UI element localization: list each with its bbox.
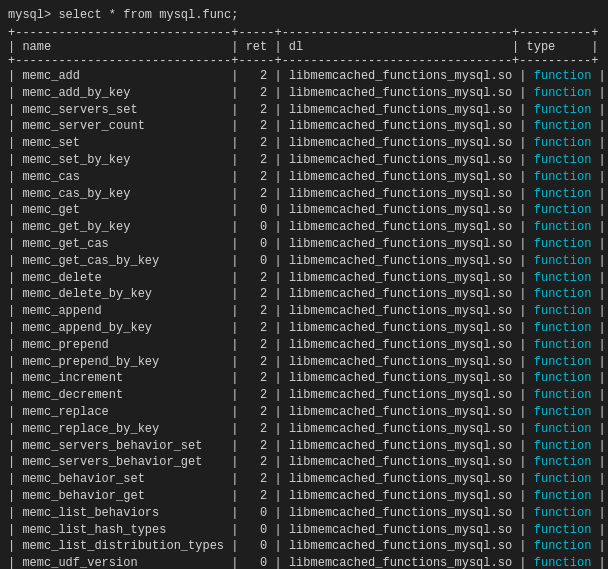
table-row: | memc_get_cas | 0 | libmemcached_functi… <box>8 236 600 253</box>
type-cell: function <box>534 338 592 352</box>
type-cell: function <box>534 220 592 234</box>
ret-cell: 2 <box>246 136 268 150</box>
name-cell: memc_list_behaviors <box>22 506 224 520</box>
name-cell: memc_cas <box>22 170 224 184</box>
type-cell: function <box>534 405 592 419</box>
dl-cell: libmemcached_functions_mysql.so <box>289 539 512 553</box>
dl-cell: libmemcached_functions_mysql.so <box>289 506 512 520</box>
type-cell: function <box>534 187 592 201</box>
table-row: | memc_add_by_key | 2 | libmemcached_fun… <box>8 85 600 102</box>
dl-cell: libmemcached_functions_mysql.so <box>289 556 512 569</box>
dl-cell: libmemcached_functions_mysql.so <box>289 405 512 419</box>
table-row: | memc_prepend_by_key | 2 | libmemcached… <box>8 354 600 371</box>
table-row: | memc_server_count | 2 | libmemcached_f… <box>8 118 600 135</box>
table-row: | memc_decrement | 2 | libmemcached_func… <box>8 387 600 404</box>
command: select * from mysql.func; <box>58 8 238 22</box>
dl-cell: libmemcached_functions_mysql.so <box>289 371 512 385</box>
dl-cell: libmemcached_functions_mysql.so <box>289 422 512 436</box>
dl-cell: libmemcached_functions_mysql.so <box>289 136 512 150</box>
table-row: | memc_servers_behavior_set | 2 | libmem… <box>8 438 600 455</box>
type-cell: function <box>534 271 592 285</box>
dl-cell: libmemcached_functions_mysql.so <box>289 254 512 268</box>
table-row: | memc_behavior_set | 2 | libmemcached_f… <box>8 471 600 488</box>
table-row: | memc_delete | 2 | libmemcached_functio… <box>8 270 600 287</box>
dl-cell: libmemcached_functions_mysql.so <box>289 170 512 184</box>
dl-cell: libmemcached_functions_mysql.so <box>289 455 512 469</box>
type-cell: function <box>534 321 592 335</box>
dl-cell: libmemcached_functions_mysql.so <box>289 472 512 486</box>
name-cell: memc_list_distribution_types <box>22 539 224 553</box>
dl-cell: libmemcached_functions_mysql.so <box>289 153 512 167</box>
ret-cell: 2 <box>246 455 268 469</box>
name-cell: memc_append_by_key <box>22 321 224 335</box>
name-cell: memc_add <box>22 69 224 83</box>
table-body: | memc_add | 2 | libmemcached_functions_… <box>8 68 600 569</box>
ret-cell: 2 <box>246 321 268 335</box>
dl-cell: libmemcached_functions_mysql.so <box>289 220 512 234</box>
dl-cell: libmemcached_functions_mysql.so <box>289 237 512 251</box>
name-cell: memc_get_cas <box>22 237 224 251</box>
type-cell: function <box>534 103 592 117</box>
ret-cell: 2 <box>246 472 268 486</box>
name-cell: memc_server_count <box>22 119 224 133</box>
dl-cell: libmemcached_functions_mysql.so <box>289 439 512 453</box>
type-cell: function <box>534 455 592 469</box>
type-cell: function <box>534 170 592 184</box>
type-cell: function <box>534 86 592 100</box>
type-cell: function <box>534 439 592 453</box>
ret-cell: 0 <box>246 203 268 217</box>
dl-cell: libmemcached_functions_mysql.so <box>289 338 512 352</box>
type-cell: function <box>534 355 592 369</box>
name-cell: memc_delete_by_key <box>22 287 224 301</box>
ret-cell: 2 <box>246 153 268 167</box>
name-cell: memc_prepend_by_key <box>22 355 224 369</box>
type-cell: function <box>534 388 592 402</box>
type-cell: function <box>534 153 592 167</box>
name-cell: memc_udf_version <box>22 556 224 569</box>
name-cell: memc_get_cas_by_key <box>22 254 224 268</box>
name-cell: memc_replace <box>22 405 224 419</box>
name-cell: memc_prepend <box>22 338 224 352</box>
type-cell: function <box>534 304 592 318</box>
ret-cell: 0 <box>246 523 268 537</box>
table-row: | memc_list_hash_types | 0 | libmemcache… <box>8 522 600 539</box>
type-cell: function <box>534 556 592 569</box>
type-cell: function <box>534 422 592 436</box>
name-cell: memc_replace_by_key <box>22 422 224 436</box>
table-row: | memc_list_distribution_types | 0 | lib… <box>8 538 600 555</box>
ret-cell: 2 <box>246 388 268 402</box>
dl-cell: libmemcached_functions_mysql.so <box>289 69 512 83</box>
ret-cell: 0 <box>246 220 268 234</box>
table-row: | memc_set_by_key | 2 | libmemcached_fun… <box>8 152 600 169</box>
ret-cell: 2 <box>246 422 268 436</box>
dl-cell: libmemcached_functions_mysql.so <box>289 388 512 402</box>
ret-cell: 2 <box>246 119 268 133</box>
ret-cell: 0 <box>246 506 268 520</box>
table-row: | memc_append_by_key | 2 | libmemcached_… <box>8 320 600 337</box>
dl-cell: libmemcached_functions_mysql.so <box>289 489 512 503</box>
prompt-line: mysql> select * from mysql.func; <box>8 8 600 22</box>
name-cell: memc_delete <box>22 271 224 285</box>
name-cell: memc_servers_behavior_get <box>22 455 224 469</box>
name-cell: memc_servers_behavior_set <box>22 439 224 453</box>
ret-cell: 2 <box>246 287 268 301</box>
ret-cell: 0 <box>246 556 268 569</box>
name-cell: memc_increment <box>22 371 224 385</box>
name-cell: memc_set_by_key <box>22 153 224 167</box>
ret-cell: 2 <box>246 489 268 503</box>
table-row: | memc_append | 2 | libmemcached_functio… <box>8 303 600 320</box>
ret-cell: 2 <box>246 170 268 184</box>
type-cell: function <box>534 203 592 217</box>
table-row: | memc_set | 2 | libmemcached_functions_… <box>8 135 600 152</box>
name-cell: memc_get <box>22 203 224 217</box>
name-cell: memc_list_hash_types <box>22 523 224 537</box>
type-cell: function <box>534 254 592 268</box>
type-cell: function <box>534 489 592 503</box>
ret-cell: 2 <box>246 304 268 318</box>
dl-cell: libmemcached_functions_mysql.so <box>289 203 512 217</box>
type-cell: function <box>534 136 592 150</box>
type-cell: function <box>534 539 592 553</box>
ret-cell: 2 <box>246 405 268 419</box>
table-row: | memc_get_by_key | 0 | libmemcached_fun… <box>8 219 600 236</box>
type-cell: function <box>534 523 592 537</box>
